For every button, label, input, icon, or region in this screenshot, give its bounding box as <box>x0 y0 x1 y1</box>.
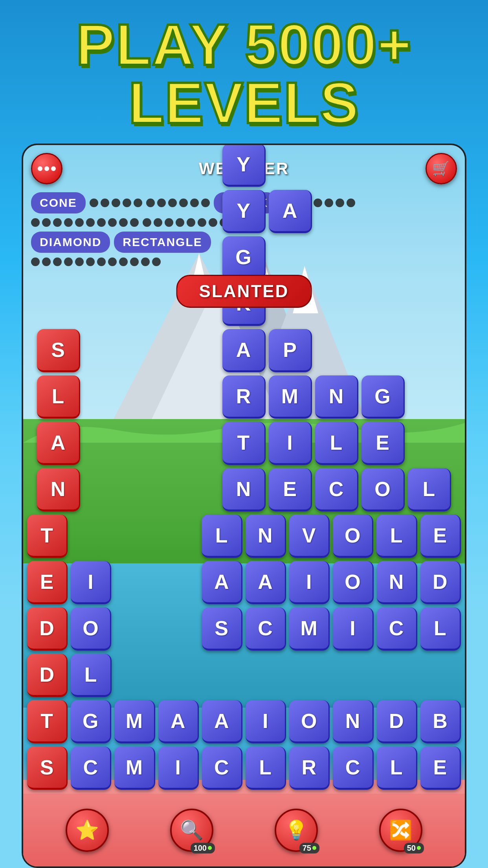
tile-a2[interactable]: A <box>222 329 266 372</box>
tile-o5[interactable]: O <box>289 700 330 743</box>
tile-e5[interactable]: E <box>420 747 461 790</box>
tile-e2[interactable]: E <box>269 468 312 511</box>
tile-l8[interactable]: L <box>246 747 286 790</box>
tile-n1[interactable]: N <box>315 375 358 419</box>
tile-e1[interactable]: E <box>361 422 405 465</box>
tile-t3[interactable]: T <box>27 700 68 743</box>
tile-p1[interactable]: P <box>269 329 312 372</box>
tile-d4[interactable]: D <box>377 700 417 743</box>
tile-n3[interactable]: N <box>222 468 266 511</box>
shuffle-icon: 🔀 <box>389 819 413 841</box>
shuffle-circle[interactable]: 🔀 50 <box>379 809 422 852</box>
bulb-power-btn[interactable]: 💡 75 <box>275 809 318 852</box>
tile-y1[interactable]: Y <box>222 143 266 187</box>
tile-c4[interactable]: C <box>71 747 111 790</box>
tile-d1[interactable]: D <box>420 561 461 604</box>
bulb-icon: 💡 <box>284 819 308 841</box>
tile-g2[interactable]: G <box>361 375 405 419</box>
tile-r2[interactable]: R <box>289 747 330 790</box>
tile-l5[interactable]: L <box>376 515 417 558</box>
tile-s3[interactable]: S <box>27 747 68 790</box>
green-dot-search <box>208 846 212 850</box>
tile-a3[interactable]: A <box>37 422 80 465</box>
tile-n2[interactable]: N <box>37 468 80 511</box>
tile-m1[interactable]: M <box>269 375 312 419</box>
tile-l2[interactable]: L <box>315 422 358 465</box>
tile-y2[interactable]: Y <box>222 190 266 233</box>
bulb-count-label: 75 <box>303 844 311 853</box>
header-line1: PLAY 5000+ <box>0 16 488 74</box>
star-icon: ⭐ <box>75 819 99 841</box>
tile-t2[interactable]: T <box>27 515 68 558</box>
tile-m2[interactable]: M <box>289 607 330 651</box>
tile-d2[interactable]: D <box>27 607 68 651</box>
tile-i2[interactable]: I <box>71 561 111 604</box>
tile-m4[interactable]: M <box>114 747 155 790</box>
tile-l4[interactable]: L <box>202 515 242 558</box>
tile-o4[interactable]: O <box>71 607 111 651</box>
tile-i6[interactable]: I <box>158 747 199 790</box>
tile-a1[interactable]: A <box>269 190 312 233</box>
tile-g3[interactable]: G <box>71 700 111 743</box>
tile-e4[interactable]: E <box>27 561 68 604</box>
star-power-btn[interactable]: ⭐ <box>66 809 109 852</box>
tile-i3[interactable]: I <box>289 561 330 604</box>
shuffle-count-label: 50 <box>407 844 416 853</box>
tile-c1[interactable]: C <box>315 468 358 511</box>
green-dot-shuffle <box>417 846 421 850</box>
tile-i1[interactable]: I <box>269 422 312 465</box>
game-board: WEATHER 🛒 CONE BLOCK <box>22 143 466 868</box>
tile-i4[interactable]: I <box>333 607 373 651</box>
shuffle-count-badge: 50 <box>404 843 424 853</box>
tile-e3[interactable]: E <box>420 515 461 558</box>
tile-o3[interactable]: O <box>333 561 373 604</box>
tile-n4[interactable]: N <box>246 515 286 558</box>
header-line2: LEVELS <box>0 74 488 132</box>
tile-c6[interactable]: C <box>333 747 373 790</box>
bottom-bar: ⭐ 🔍 100 💡 75 🔀 <box>23 794 465 866</box>
tile-s1[interactable]: S <box>37 329 80 372</box>
tile-g1[interactable]: G <box>222 236 266 280</box>
bulb-circle[interactable]: 💡 75 <box>275 809 318 852</box>
search-count-badge: 100 <box>191 843 215 853</box>
tile-v1[interactable]: V <box>289 515 330 558</box>
tile-c5[interactable]: C <box>202 747 242 790</box>
tile-m3[interactable]: M <box>114 700 155 743</box>
tile-l1[interactable]: L <box>37 375 80 419</box>
tile-t1[interactable]: T <box>222 422 266 465</box>
tile-a6[interactable]: A <box>158 700 199 743</box>
tile-o1[interactable]: O <box>361 468 405 511</box>
search-power-btn[interactable]: 🔍 100 <box>170 809 213 852</box>
tiles-container: Y Y A G <box>27 143 461 790</box>
tile-l9[interactable]: L <box>377 747 417 790</box>
search-count-label: 100 <box>194 844 207 853</box>
bulb-count-badge: 75 <box>299 843 319 853</box>
tile-d3[interactable]: D <box>27 654 68 697</box>
tile-n5[interactable]: N <box>377 561 417 604</box>
tile-o2[interactable]: O <box>333 515 373 558</box>
tile-l6[interactable]: L <box>420 607 461 651</box>
tile-a7[interactable]: A <box>202 700 242 743</box>
tile-s2[interactable]: S <box>202 607 242 651</box>
tile-a5[interactable]: A <box>246 561 286 604</box>
tile-l7[interactable]: L <box>71 654 111 697</box>
tile-b1[interactable]: B <box>420 700 461 743</box>
slanted-badge: SLANTED <box>176 275 312 308</box>
tile-c3[interactable]: C <box>377 607 417 651</box>
tile-a4[interactable]: A <box>202 561 242 604</box>
search-magnify-icon: 🔍 <box>180 819 204 841</box>
tile-r1[interactable]: R <box>222 375 266 419</box>
green-dot-bulb <box>312 846 316 850</box>
search-circle[interactable]: 🔍 100 <box>170 809 213 852</box>
shuffle-power-btn[interactable]: 🔀 50 <box>379 809 422 852</box>
tile-l3[interactable]: L <box>408 468 451 511</box>
tile-i5[interactable]: I <box>246 700 286 743</box>
star-circle[interactable]: ⭐ <box>66 809 109 852</box>
tile-c2[interactable]: C <box>246 607 286 651</box>
tile-n6[interactable]: N <box>333 700 373 743</box>
